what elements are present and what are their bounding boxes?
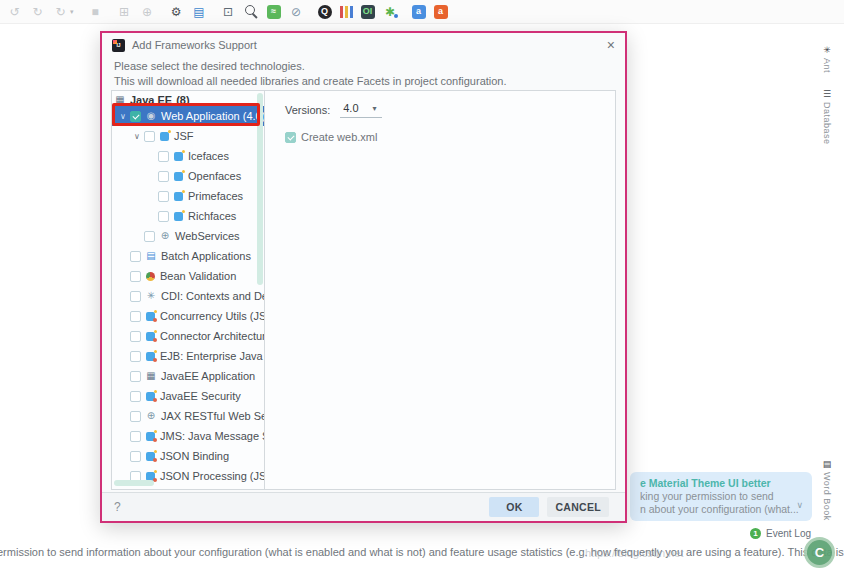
tree-item-checkbox[interactable] [130,411,141,422]
tree-item-bean-validation[interactable]: Bean Validation [112,266,264,286]
tree-item-checkbox[interactable] [130,371,141,382]
tree-item-checkbox[interactable] [130,311,141,322]
prohibit-icon[interactable]: ⊘ [289,4,304,19]
grid-icon: ▦ [146,371,156,381]
event-log[interactable]: 1 Event Log [750,528,811,539]
tree-item-checkbox[interactable] [130,111,141,122]
version-select[interactable]: 4.0 ▾ [340,101,381,118]
tree-item-icefaces[interactable]: Icefaces [112,146,264,166]
tree-item-checkbox[interactable] [158,151,169,162]
tree-item-json-binding[interactable]: JSON Binding [112,446,264,466]
search-icon[interactable] [244,4,259,19]
tree-item-checkbox[interactable] [130,391,141,402]
tree-item-concurrency-utils-jsr-23[interactable]: Concurrency Utils (JSR 23 [112,306,264,326]
tree-item-web-application-4-0[interactable]: ∨◉Web Application (4.0) [112,106,264,126]
frame-capture-icon[interactable]: ⊞ [117,4,132,19]
intellij-logo-icon: IJ [112,39,125,52]
translate-orange-icon[interactable]: a [434,5,448,19]
build-icon[interactable]: ↺ [7,4,22,19]
version-value: 4.0 [343,102,358,114]
run-window-icon[interactable]: ⊡ [221,4,236,19]
tree-item-label: WebServices [175,230,240,242]
tree-item-jax-restful-web-services[interactable]: ⊕JAX RESTful Web Services [112,406,264,426]
coverage-bars-icon[interactable] [340,6,353,18]
tree-item-label: Openfaces [188,170,241,182]
tree-item-primefaces[interactable]: Primefaces [112,186,264,206]
cube-icon [174,192,183,201]
tree-item-jsf[interactable]: ∨JSF [112,126,264,146]
cube-icon [160,132,169,141]
cubedot-icon [146,352,155,361]
tree-item-label: JSF [174,130,194,142]
tree-item-label: Web Application (4.0) [161,110,264,122]
dropdown-caret-icon[interactable]: ▾ [70,8,74,16]
tree-item-checkbox[interactable] [144,131,155,142]
tree-item-checkbox[interactable] [130,431,141,442]
tree-item-transaction-api-jsr-907[interactable]: Transaction API (JSR 907) [112,486,264,490]
globe-icon: ⊕ [160,231,170,241]
tree-item-ejb-enterprise-java-beans[interactable]: EJB: Enterprise Java Beans [112,346,264,366]
zoom-plus-icon[interactable]: ⊕ [140,4,155,19]
chevron-down-icon[interactable]: ∨ [116,112,130,121]
tree-item-connector-architecture-j[interactable]: Connector Architecture (J [112,326,264,346]
tree-item-webservices[interactable]: ⊕WebServices [112,226,264,246]
tree-item-checkbox[interactable] [130,251,141,262]
create-webxml-checkbox[interactable] [285,132,296,143]
tree-item-checkbox[interactable] [158,191,169,202]
tree-item-cdi-contexts-and-depenc[interactable]: ✳CDI: Contexts and Depenc [112,286,264,306]
notification-expand-icon[interactable]: ∨ [796,499,803,512]
wrench-icon[interactable]: ⚙ [169,4,184,19]
chevron-down-icon[interactable]: ∨ [130,132,144,141]
tree-item-label: Icefaces [188,150,229,162]
dialog-content: ▦ Java EE (8) ∨◉Web Application (4.0)∨JS… [111,90,616,490]
tree-item-checkbox[interactable] [158,171,169,182]
close-icon[interactable]: × [607,38,615,52]
cubedot-icon [146,452,155,461]
tree-item-richfaces[interactable]: Richfaces [112,206,264,226]
description-line-2: This will download all needed libraries … [114,74,613,89]
tree-item-openfaces[interactable]: Openfaces [112,166,264,186]
dock-tab-word-book[interactable]: ▤Word Book [822,460,832,521]
translate-blue-icon[interactable]: a [412,5,426,19]
notification-title: e Material Theme UI better [640,477,802,490]
rerun-dropdown-icon[interactable]: ↻ [53,4,68,19]
tree-item-checkbox[interactable] [130,351,141,362]
tree-vertical-scrollbar[interactable] [257,93,263,285]
dock-tab-ant[interactable]: ✳Ant [822,46,832,73]
globe-icon: ⊕ [146,411,156,421]
tree-item-checkbox[interactable] [130,271,141,282]
tree-item-label: Batch Applications [161,250,251,262]
undo-run-icon[interactable]: ↻ [30,4,45,19]
tree-item-checkbox[interactable] [130,451,141,462]
stop-icon[interactable]: ■ [88,4,103,19]
framework-settings-panel: Versions: 4.0 ▾ Create web.xml [264,90,616,490]
database-icon: ☰ [823,90,831,99]
plugin-star-icon[interactable]: ✱ [383,4,398,19]
ok-button[interactable]: OK [489,497,539,517]
cdi-icon: ✳ [146,291,156,301]
notification-line-1: king your permission to send [640,490,774,502]
tree-item-javaee-security[interactable]: JavaEE Security [112,386,264,406]
tree-item-batch-applications[interactable]: ▤Batch Applications [112,246,264,266]
event-log-label: Event Log [766,528,811,539]
tree-item-javaee-application[interactable]: ▦JavaEE Application [112,366,264,386]
monitor-chart-icon[interactable]: ≈ [267,5,281,19]
chevron-down-icon: ▾ [373,104,377,113]
status-bar-text: ermission to send information about your… [0,546,844,558]
tree-item-checkbox[interactable] [144,231,155,242]
notification-balloon[interactable]: e Material Theme UI better king your per… [630,472,812,521]
qaplug-icon[interactable]: Q [318,5,332,19]
dialog-footer: ? OK CANCEL [102,492,625,521]
tree-group-java-ee[interactable]: ▦ Java EE (8) [112,91,264,106]
database-navigator-icon[interactable]: OI [361,5,375,19]
cancel-button[interactable]: CANCEL [547,497,609,517]
project-structure-icon[interactable]: ▤ [192,4,207,19]
tree-item-jms-java-message-servic[interactable]: JMS: Java Message Servic [112,426,264,446]
create-webxml-row: Create web.xml [285,131,615,143]
tree-item-checkbox[interactable] [130,331,141,342]
tree-horizontal-scrollbar[interactable] [114,480,154,486]
help-button[interactable]: ? [114,500,121,514]
tree-item-checkbox[interactable] [158,211,169,222]
dock-tab-database[interactable]: ☰Database [822,90,832,145]
tree-item-checkbox[interactable] [130,291,141,302]
